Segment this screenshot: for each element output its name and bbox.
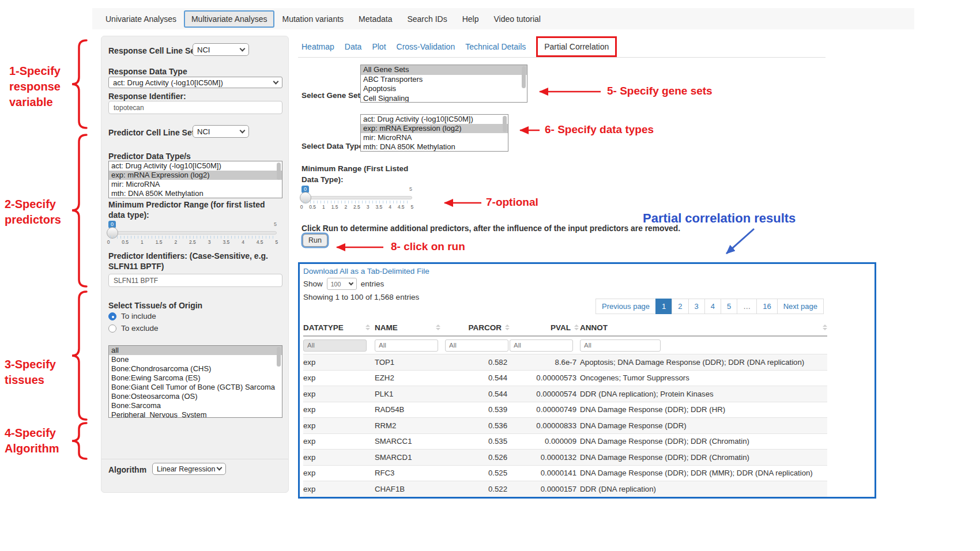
- page-button-3[interactable]: 3: [688, 299, 705, 314]
- option-exp-mrna-expression[interactable]: exp: mRNA Expression (log2): [109, 171, 282, 180]
- tab-data[interactable]: Data: [345, 42, 362, 51]
- option-mth-dna-methylation[interactable]: mth: DNA 850K Methylation: [109, 189, 282, 198]
- radio-to-exclude[interactable]: To exclude: [108, 324, 159, 333]
- response-data-type-value: act: Drug Activity (-log10[IC50M]): [113, 78, 223, 87]
- nav-tab-search-ids[interactable]: Search IDs: [399, 10, 454, 28]
- min-predictor-range-label: Minimum Predictor Range (for first liste…: [108, 199, 282, 220]
- option-exp-mrna-expression[interactable]: exp: mRNA Expression (log2): [361, 124, 508, 133]
- column-header-pval[interactable]: PVAL: [510, 323, 579, 332]
- option-tissue-chondrosarcoma[interactable]: Bone:Chondrosarcoma (CHS): [109, 364, 282, 373]
- scrollbar-thumb[interactable]: [522, 66, 526, 88]
- tab-partial-correlation[interactable]: Partial Correlation: [536, 36, 617, 57]
- page-button-2[interactable]: 2: [672, 299, 688, 314]
- column-header-annot[interactable]: ANNOT: [579, 323, 827, 332]
- option-tissue-gctb-sarcoma[interactable]: Bone:Giant Cell Tumor of Bone (GCTB) Sar…: [109, 383, 282, 392]
- predictor-identifiers-input[interactable]: [108, 274, 282, 287]
- option-tissue-osteosarcoma[interactable]: Bone:Osteosarcoma (OS): [109, 392, 282, 401]
- option-act-drug-activity[interactable]: act: Drug Activity (-log10[IC50M]): [109, 161, 282, 171]
- column-header-datatype[interactable]: DATATYPE: [303, 323, 375, 332]
- option-tissue-bone[interactable]: Bone: [109, 355, 282, 364]
- column-header-parcor[interactable]: PARCOR: [445, 323, 510, 332]
- previous-page-button[interactable]: Previous page: [595, 299, 656, 314]
- page-button-16[interactable]: 16: [756, 299, 777, 314]
- filter-name-input[interactable]: [375, 339, 438, 352]
- page-ellipsis: …: [737, 299, 757, 314]
- response-cell-line-set-label: Response Cell Line Set: [108, 46, 198, 56]
- run-button[interactable]: Run: [303, 234, 327, 247]
- slider-track[interactable]: [301, 196, 412, 199]
- option-mth-dna-methylation[interactable]: mth: DNA 850K Methylation: [361, 142, 508, 152]
- divider: [298, 57, 826, 58]
- annotation-step6: 6- Specify data types: [545, 123, 654, 136]
- page-button-1[interactable]: 1: [655, 299, 672, 314]
- page-button-5[interactable]: 5: [721, 299, 737, 314]
- predictor-cell-line-set-select[interactable]: NCI: [193, 125, 249, 138]
- page-length-select[interactable]: 100: [327, 278, 357, 290]
- slider-ticks: [303, 201, 410, 203]
- column-header-name[interactable]: NAME: [375, 323, 445, 332]
- page-button-4[interactable]: 4: [704, 299, 721, 314]
- tab-technical-details[interactable]: Technical Details: [465, 42, 526, 51]
- select-data-types-label: Select Data Types: [301, 142, 368, 150]
- option-abc-transporters[interactable]: ABC Transporters: [361, 75, 527, 85]
- table-row: exp RFC3 0.525 0.0000141 DNA Damage Resp…: [303, 465, 827, 481]
- option-tissue-peripheral-nervous-system[interactable]: Peripheral_Nervous_System: [109, 410, 282, 418]
- predictor-cell-line-set-value: NCI: [197, 127, 210, 136]
- chevron-down-icon: [273, 78, 279, 84]
- annotation-step4: 4-SpecifyAlgorithm: [5, 425, 59, 456]
- tab-plot[interactable]: Plot: [372, 42, 386, 51]
- tab-cross-validation[interactable]: Cross-Validation: [397, 42, 455, 51]
- option-mir-microrna[interactable]: mir: MicroRNA: [109, 180, 282, 189]
- response-identifier-input[interactable]: [108, 101, 282, 114]
- filter-parcor-input[interactable]: [445, 339, 508, 352]
- slider-tick-labels: 00.511.522.533.544.55: [108, 239, 277, 245]
- nav-tab-multivariate-analyses[interactable]: Multivariate Analyses: [184, 10, 275, 28]
- option-act-drug-activity[interactable]: act: Drug Activity (-log10[IC50M]): [361, 115, 508, 124]
- response-cell-line-set-select[interactable]: NCI: [193, 43, 249, 56]
- chevron-down-icon: [240, 46, 246, 51]
- scrollbar-thumb[interactable]: [503, 116, 507, 132]
- nav-tab-mutation-variants[interactable]: Mutation variants: [274, 10, 351, 28]
- filter-datatype-input[interactable]: [303, 339, 367, 352]
- nav-tab-univariate-analyses[interactable]: Univariate Analyses: [98, 10, 184, 28]
- analysis-tabs: Heatmap Data Plot Cross-Validation Techn…: [301, 36, 617, 58]
- response-data-type-select[interactable]: act: Drug Activity (-log10[IC50M]): [108, 77, 282, 88]
- top-navbar: Univariate Analyses Multivariate Analyse…: [92, 8, 914, 29]
- scrollbar-thumb[interactable]: [277, 163, 281, 180]
- showing-entries-text: Showing 1 to 100 of 1,568 entries: [303, 293, 419, 301]
- chevron-down-icon: [349, 280, 353, 285]
- entries-label: entries: [361, 280, 385, 288]
- annotation-step1: 1-Specifyresponsevariable: [9, 63, 61, 110]
- option-mir-microrna[interactable]: mir: MicroRNA: [361, 133, 508, 142]
- table-row: exp EZH2 0.544 0.00000573 Oncogenes; Tum…: [303, 370, 827, 386]
- tissue-listbox: all Bone Bone:Chondrosarcoma (CHS) Bone:…: [108, 345, 282, 418]
- option-apoptosis[interactable]: Apoptosis: [361, 84, 527, 94]
- table-row: exp RAD54B 0.539 0.00000749 DNA Damage R…: [303, 402, 827, 418]
- filter-pval-input[interactable]: [510, 339, 573, 352]
- radio-to-include[interactable]: To include: [108, 312, 156, 320]
- table-row: exp SMARCC1 0.535 0.000009 DNA Damage Re…: [303, 433, 827, 450]
- option-all-gene-sets[interactable]: All Gene Sets: [361, 65, 527, 75]
- download-all-link[interactable]: Download All as a Tab-Delimited File: [303, 267, 429, 276]
- next-page-button[interactable]: Next page: [777, 299, 824, 314]
- option-tissue-sarcoma[interactable]: Bone:Sarcoma: [109, 401, 282, 410]
- nav-tab-help[interactable]: Help: [455, 10, 487, 28]
- table-row: exp RRM2 0.536 0.00000833 DNA Damage Res…: [303, 417, 827, 433]
- tab-heatmap[interactable]: Heatmap: [301, 42, 334, 51]
- filter-annot-input[interactable]: [580, 339, 661, 352]
- minimum-range-slider: 0 5 00.511.522.533.544.55: [301, 186, 412, 211]
- scrollbar-thumb[interactable]: [277, 347, 281, 367]
- min-predictor-range-slider: 0 5 00.511.522.533.544.55: [108, 221, 277, 246]
- table-row: exp PLK1 0.544 0.00000574 DDR (DNA repli…: [303, 386, 827, 402]
- option-tissue-ewing-sarcoma[interactable]: Bone:Ewing Sarcoma (ES): [109, 373, 282, 383]
- show-entries-row: Show 100 entries: [303, 278, 384, 290]
- results-table: DATATYPE NAME PARCOR PVAL ANNOT: [303, 319, 827, 497]
- nav-tab-metadata[interactable]: Metadata: [351, 10, 399, 28]
- response-data-type-label: Response Data Type: [108, 66, 187, 77]
- arrow-results: [726, 229, 754, 254]
- slider-track[interactable]: [108, 231, 277, 235]
- option-cell-signaling[interactable]: Cell Signaling: [361, 94, 527, 103]
- nav-tab-video-tutorial[interactable]: Video tutorial: [487, 10, 548, 28]
- algorithm-select[interactable]: Linear Regression: [152, 463, 226, 475]
- option-tissue-all[interactable]: all: [109, 346, 282, 355]
